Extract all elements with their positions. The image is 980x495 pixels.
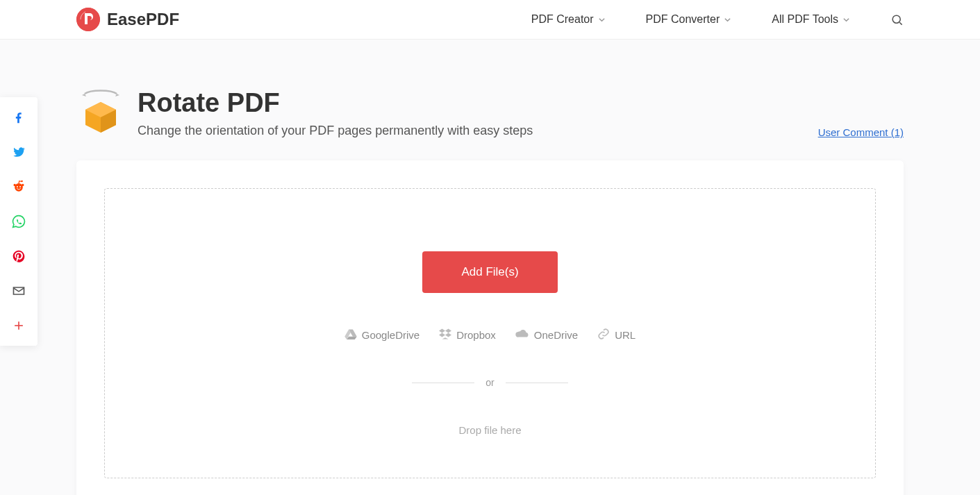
source-row: GoogleDrive Dropbox OneDrive URL — [133, 328, 847, 342]
source-label: Dropbox — [456, 329, 496, 341]
search-icon[interactable] — [890, 13, 904, 26]
svg-point-7 — [892, 15, 900, 23]
or-divider: or — [133, 377, 847, 388]
nav-item-label: All PDF Tools — [772, 13, 838, 26]
divider-line — [506, 383, 568, 383]
source-dropbox[interactable]: Dropbox — [439, 328, 496, 342]
drop-file-label: Drop file here — [133, 424, 847, 436]
logo-icon — [76, 8, 100, 31]
more-icon[interactable] — [11, 318, 26, 333]
page-title: Rotate PDF — [138, 88, 533, 118]
link-icon — [597, 328, 610, 342]
page: Rotate PDF Change the orientation of you… — [0, 40, 980, 495]
logo-text: EasePDF — [107, 10, 179, 29]
social-sidebar — [0, 97, 38, 346]
nav: PDF Creator PDF Converter All PDF Tools — [531, 13, 904, 26]
chevron-down-icon — [842, 16, 850, 24]
or-label: or — [485, 377, 494, 388]
reddit-icon[interactable] — [11, 179, 26, 194]
onedrive-icon — [515, 329, 529, 341]
source-label: GoogleDrive — [362, 329, 420, 341]
facebook-icon[interactable] — [11, 110, 26, 125]
whatsapp-icon[interactable] — [11, 214, 26, 229]
divider-line — [412, 383, 474, 383]
source-url[interactable]: URL — [597, 328, 636, 342]
chevron-down-icon — [724, 16, 731, 24]
source-googledrive[interactable]: GoogleDrive — [344, 328, 420, 342]
svg-point-5 — [19, 186, 21, 187]
add-files-button[interactable]: Add File(s) — [422, 251, 557, 293]
source-label: URL — [615, 329, 636, 341]
svg-point-4 — [17, 186, 18, 187]
email-icon[interactable] — [11, 283, 26, 299]
svg-point-2 — [14, 184, 16, 186]
upload-card: Add File(s) GoogleDrive Dropbox OneDrive… — [76, 160, 904, 495]
pinterest-icon[interactable] — [11, 249, 26, 264]
nav-item-label: PDF Creator — [531, 13, 594, 26]
svg-point-1 — [22, 184, 24, 186]
source-onedrive[interactable]: OneDrive — [515, 328, 578, 342]
chevron-down-icon — [598, 16, 606, 24]
nav-pdf-creator[interactable]: PDF Creator — [531, 13, 606, 26]
svg-point-3 — [21, 181, 23, 183]
title-row: Rotate PDF Change the orientation of you… — [76, 88, 904, 138]
googledrive-icon — [344, 328, 357, 342]
dropbox-icon — [439, 328, 451, 342]
page-subtitle: Change the orientation of your PDF pages… — [138, 124, 533, 138]
nav-all-pdf-tools[interactable]: All PDF Tools — [772, 13, 850, 26]
source-label: OneDrive — [534, 329, 578, 341]
rotate-pdf-icon — [76, 88, 125, 137]
user-comment-link[interactable]: User Comment (1) — [818, 126, 904, 138]
header: EasePDF PDF Creator PDF Converter All PD… — [0, 0, 980, 40]
nav-pdf-converter[interactable]: PDF Converter — [646, 13, 732, 26]
twitter-icon[interactable] — [11, 144, 26, 160]
title-column: Rotate PDF Change the orientation of you… — [138, 88, 533, 138]
svg-point-0 — [15, 183, 23, 192]
dropzone[interactable]: Add File(s) GoogleDrive Dropbox OneDrive… — [104, 188, 876, 478]
nav-item-label: PDF Converter — [646, 13, 720, 26]
logo[interactable]: EasePDF — [76, 8, 179, 31]
